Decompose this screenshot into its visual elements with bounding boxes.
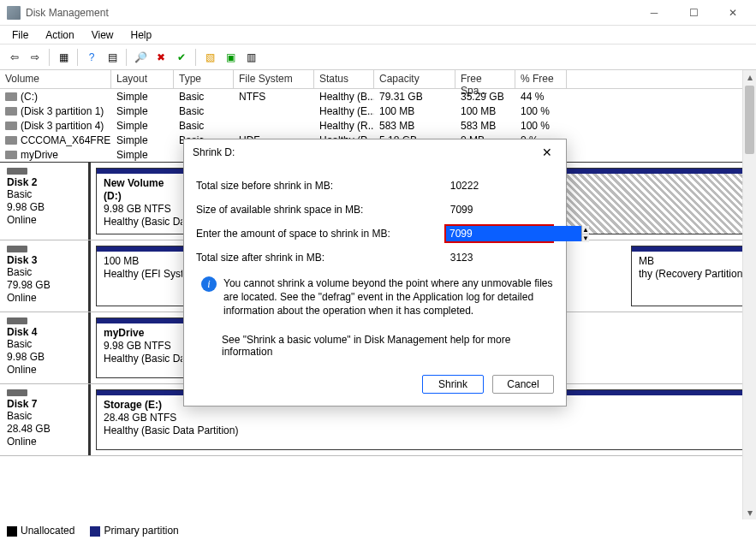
- settings-icon[interactable]: ▥: [241, 48, 260, 67]
- new-volume-icon[interactable]: ▧: [200, 48, 219, 67]
- col-layout[interactable]: Layout: [111, 70, 174, 88]
- partition[interactable]: 100 MBHealthy (EFI System: [96, 246, 190, 306]
- window-title: Disk Management: [26, 7, 634, 19]
- volume-icon: [5, 151, 17, 159]
- spinner-up-icon[interactable]: ▲: [582, 226, 589, 234]
- disk-info[interactable]: Disk 3Basic79.98 GBOnline: [0, 240, 91, 312]
- info-text: You cannot shrink a volume beyond the po…: [223, 276, 554, 318]
- menu-help[interactable]: Help: [122, 27, 161, 43]
- partition[interactable]: MBthy (Recovery Partition): [631, 246, 751, 306]
- table-row[interactable]: (Disk 3 partition 1)SimpleBasicHealthy (…: [0, 104, 756, 118]
- scroll-up-icon[interactable]: ▴: [743, 70, 756, 84]
- volume-table-header: Volume Layout Type File System Status Ca…: [0, 70, 756, 89]
- extend-icon[interactable]: ▣: [221, 48, 240, 67]
- maximize-button[interactable]: ☐: [674, 0, 713, 26]
- shrink-amount-input[interactable]: [446, 226, 581, 241]
- table-row[interactable]: (C:)SimpleBasicNTFSHealthy (B...79.31 GB…: [0, 89, 756, 104]
- scroll-down-icon[interactable]: ▾: [743, 506, 756, 519]
- volume-icon: [5, 92, 17, 101]
- legend-unallocated: Unallocated: [21, 525, 74, 537]
- label-total-before: Total size before shrink in MB:: [196, 180, 446, 192]
- properties-icon[interactable]: ✔: [172, 48, 191, 67]
- forward-icon[interactable]: ⇨: [26, 48, 45, 67]
- col-filesystem[interactable]: File System: [234, 70, 314, 88]
- label-total-after: Total size after shrink in MB:: [196, 252, 446, 264]
- menu-file[interactable]: File: [3, 27, 37, 43]
- volume-icon: [5, 136, 17, 145]
- label-available: Size of available shrink space in MB:: [196, 204, 446, 216]
- value-total-after: 3123: [446, 249, 554, 266]
- col-type[interactable]: Type: [174, 70, 234, 88]
- disk-icon: [7, 389, 27, 396]
- view-icon[interactable]: ▦: [54, 48, 73, 67]
- shrink-dialog: Shrink D: ✕ Total size before shrink in …: [183, 139, 567, 406]
- legend-primary: Primary partition: [104, 525, 178, 537]
- label-shrink-amount: Enter the amount of space to shrink in M…: [196, 228, 444, 240]
- minimize-button[interactable]: ─: [634, 0, 674, 26]
- toolbar: ⇦ ⇨ ▦ ? ▤ 🔎 ✖ ✔ ▧ ▣ ▥: [0, 45, 756, 70]
- menu-view[interactable]: View: [83, 27, 122, 43]
- cancel-button[interactable]: Cancel: [492, 375, 554, 394]
- dialog-title: Shrink D:: [193, 146, 537, 158]
- value-available: 7099: [446, 201, 554, 218]
- value-total-before: 10222: [446, 177, 554, 194]
- scroll-thumb[interactable]: [745, 86, 754, 154]
- disk-icon: [7, 246, 27, 252]
- help-link-text: See "Shrink a basic volume" in Disk Mana…: [196, 318, 554, 365]
- col-pfree[interactable]: % Free: [515, 70, 567, 88]
- partition[interactable]: New Volume (D:)9.98 GB NTFSHealthy (Basi…: [96, 168, 190, 234]
- legend-primary-box: [90, 526, 100, 537]
- legend: Unallocated Primary partition: [7, 525, 179, 537]
- col-capacity[interactable]: Capacity: [374, 70, 455, 88]
- disk-info[interactable]: Disk 2Basic9.98 GBOnline: [0, 163, 91, 240]
- help-icon[interactable]: ?: [82, 48, 101, 67]
- delete-icon[interactable]: ✖: [152, 48, 170, 67]
- col-free[interactable]: Free Spa...: [455, 70, 515, 88]
- volume-icon: [5, 107, 17, 116]
- disk-icon: [7, 168, 27, 175]
- legend-unallocated-box: [7, 526, 17, 537]
- table-row[interactable]: (Disk 3 partition 4)SimpleBasicHealthy (…: [0, 118, 756, 133]
- volume-icon: [5, 122, 17, 130]
- info-icon: i: [201, 276, 217, 292]
- titlebar: Disk Management ─ ☐ ✕: [0, 0, 756, 26]
- col-volume[interactable]: Volume: [0, 70, 111, 88]
- disk-icon: [7, 317, 27, 324]
- menu-action[interactable]: Action: [37, 27, 82, 43]
- menubar: File Action View Help: [0, 26, 756, 45]
- shrink-button[interactable]: Shrink: [422, 375, 484, 394]
- partition[interactable]: myDrive9.98 GB NTFSHealthy (Basic Data: [96, 317, 190, 378]
- scrollbar[interactable]: ▴ ▾: [742, 70, 756, 519]
- spinner-down-icon[interactable]: ▼: [582, 234, 589, 242]
- scan-icon[interactable]: 🔎: [131, 48, 150, 67]
- close-button[interactable]: ✕: [713, 0, 753, 26]
- back-icon[interactable]: ⇦: [5, 48, 24, 67]
- col-status[interactable]: Status: [314, 70, 374, 88]
- refresh-list-icon[interactable]: ▤: [103, 48, 122, 67]
- disk-info[interactable]: Disk 4Basic9.98 GBOnline: [0, 312, 91, 383]
- dialog-close-icon[interactable]: ✕: [537, 145, 557, 159]
- disk-info[interactable]: Disk 7Basic28.48 GBOnline: [0, 384, 91, 455]
- app-icon: [7, 6, 21, 20]
